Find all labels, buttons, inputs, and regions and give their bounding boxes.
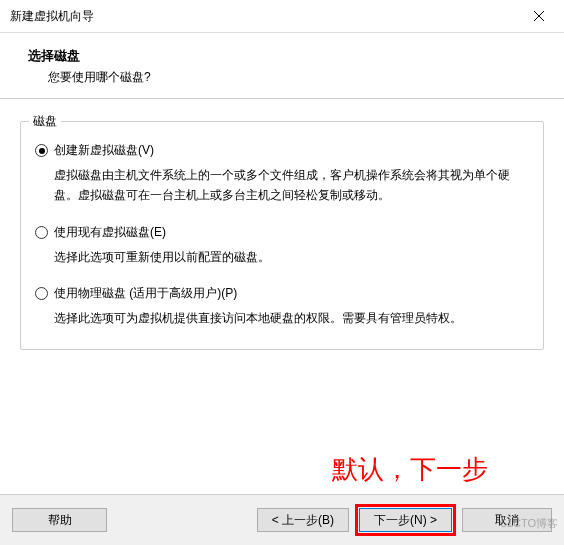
page-title: 选择磁盘: [28, 47, 544, 65]
button-group: < 上一步(B) 下一步(N) > 取消: [257, 504, 552, 536]
window-title: 新建虚拟机向导: [10, 8, 94, 25]
close-button[interactable]: [524, 6, 554, 26]
radio-description: 选择此选项可重新使用以前配置的磁盘。: [35, 247, 529, 267]
titlebar: 新建虚拟机向导: [0, 0, 564, 33]
cancel-button[interactable]: 取消: [462, 508, 552, 532]
radio-input-use-existing[interactable]: [35, 226, 48, 239]
radio-option-use-physical: 使用物理磁盘 (适用于高级用户)(P) 选择此选项可为虚拟机提供直接访问本地硬盘…: [35, 285, 529, 328]
annotation-text: 默认，下一步: [332, 452, 488, 487]
wizard-header: 选择磁盘 您要使用哪个磁盘?: [0, 33, 564, 98]
radio-option-create-new: 创建新虚拟磁盘(V) 虚拟磁盘由主机文件系统上的一个或多个文件组成，客户机操作系…: [35, 142, 529, 206]
radio-option-use-existing: 使用现有虚拟磁盘(E) 选择此选项可重新使用以前配置的磁盘。: [35, 224, 529, 267]
radio-input-use-physical[interactable]: [35, 287, 48, 300]
content-area: 磁盘 创建新虚拟磁盘(V) 虚拟磁盘由主机文件系统上的一个或多个文件组成，客户机…: [0, 99, 564, 360]
radio-row[interactable]: 使用物理磁盘 (适用于高级用户)(P): [35, 285, 529, 302]
radio-label: 使用现有虚拟磁盘(E): [54, 224, 166, 241]
radio-label: 创建新虚拟磁盘(V): [54, 142, 154, 159]
radio-row[interactable]: 创建新虚拟磁盘(V): [35, 142, 529, 159]
fieldset-legend: 磁盘: [29, 113, 61, 130]
radio-input-create-new[interactable]: [35, 144, 48, 157]
radio-description: 选择此选项可为虚拟机提供直接访问本地硬盘的权限。需要具有管理员特权。: [35, 308, 529, 328]
disk-fieldset: 磁盘 创建新虚拟磁盘(V) 虚拟磁盘由主机文件系统上的一个或多个文件组成，客户机…: [20, 121, 544, 350]
help-button[interactable]: 帮助: [12, 508, 107, 532]
back-button[interactable]: < 上一步(B): [257, 508, 349, 532]
button-bar: 帮助 < 上一步(B) 下一步(N) > 取消: [0, 494, 564, 545]
close-icon: [534, 11, 544, 21]
next-button[interactable]: 下一步(N) >: [359, 508, 452, 532]
radio-description: 虚拟磁盘由主机文件系统上的一个或多个文件组成，客户机操作系统会将其视为单个硬盘。…: [35, 165, 529, 206]
next-button-highlight: 下一步(N) >: [355, 504, 456, 536]
radio-label: 使用物理磁盘 (适用于高级用户)(P): [54, 285, 237, 302]
radio-row[interactable]: 使用现有虚拟磁盘(E): [35, 224, 529, 241]
page-subtitle: 您要使用哪个磁盘?: [28, 69, 544, 86]
